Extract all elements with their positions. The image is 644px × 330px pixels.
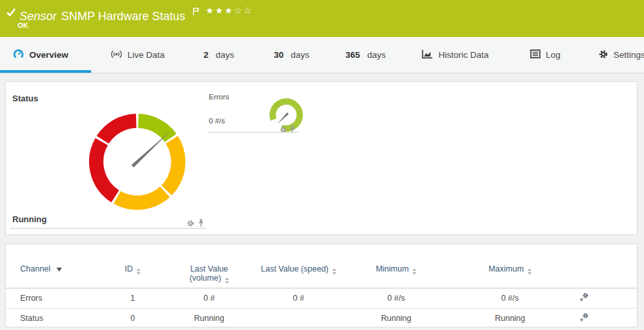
status-gauge [85, 110, 189, 214]
table-header-row: Channel ID Last Value (volume) Last Valu… [6, 244, 637, 288]
area-chart-icon [422, 49, 433, 61]
table-row-status: Status 0 Running Running Running [6, 309, 637, 329]
tab-label: days [291, 50, 310, 60]
status-gauge-value: Running [12, 214, 47, 224]
tab-number: 365 [345, 50, 360, 60]
column-label: Last Value (speed) [261, 264, 329, 273]
channel-table-panel: Channel ID Last Value (volume) Last Valu… [5, 244, 637, 327]
sort-icon [137, 268, 141, 275]
column-label: Last Value [190, 264, 228, 273]
sensor-header: SensorSNMP Hardware Status ★★★☆☆ OK [0, 0, 644, 37]
column-header-minimum[interactable]: Minimum [341, 244, 451, 288]
gauge-segment-red-1 [96, 142, 115, 196]
tab-label: Overview [29, 50, 68, 60]
tab-label: Settings [613, 50, 644, 60]
channel-name: Errors [6, 288, 103, 309]
sort-icon [332, 268, 336, 275]
sensor-kind-label: Sensor [20, 10, 57, 23]
gauge-segment-yellow-2 [117, 192, 165, 203]
column-label-line2: (volume) [189, 273, 221, 283]
gear-icon[interactable] [187, 218, 195, 230]
last-value-volume: Running [162, 309, 256, 329]
active-tab-underline [0, 70, 91, 73]
channel-id: 1 [103, 288, 162, 309]
status-gauge-tools [187, 218, 204, 230]
tab-2-days[interactable]: 2 days [204, 37, 234, 73]
tab-label: days [216, 50, 235, 60]
column-label: Maximum [489, 264, 524, 273]
overview-gauges-panel: Status Running Errors 0 #/s [5, 81, 637, 235]
tab-overview[interactable]: Overview [13, 37, 68, 73]
column-header-maximum[interactable]: Maximum [451, 244, 569, 288]
sort-icon [225, 277, 229, 284]
tab-log[interactable]: Log [530, 37, 561, 73]
gauge-needle [131, 131, 170, 167]
channel-settings-gears-icon[interactable] [579, 312, 589, 325]
channel-name: Status [6, 309, 103, 329]
page-title: SensorSNMP Hardware Status [20, 5, 200, 23]
tab-365-days[interactable]: 365 days [345, 37, 386, 73]
gear-icon [598, 49, 608, 61]
tab-label: Historic Data [438, 50, 489, 60]
pin-icon[interactable] [289, 124, 295, 136]
last-value-volume: 0 # [162, 288, 256, 309]
tab-settings[interactable]: Settings [598, 37, 644, 73]
errors-gauge-title: Errors [209, 93, 229, 101]
gear-icon[interactable] [280, 124, 287, 136]
tab-bar: Overview Live Data 2 days 30 days 365 da… [0, 37, 644, 73]
sort-icon [412, 268, 416, 275]
errors-gauge-needle [277, 112, 289, 124]
gauge-icon [13, 49, 24, 62]
tab-label: Live Data [127, 50, 165, 60]
status-gauge-title: Status [12, 94, 38, 103]
errors-gauge-tools [280, 124, 295, 136]
tab-number: 2 [204, 50, 209, 60]
stars-empty[interactable]: ☆☆ [234, 5, 253, 16]
priority-stars[interactable]: ★★★☆☆ [206, 5, 253, 16]
column-label: ID [125, 264, 133, 273]
maximum-value: Running [451, 309, 569, 329]
tab-30-days[interactable]: 30 days [274, 37, 310, 73]
column-header-last-value-speed[interactable]: Last Value (speed) [256, 244, 341, 288]
table-row-errors: Errors 1 0 # 0 # 0 #/s 0 #/s [6, 288, 637, 309]
gauge-segment-red-2 [103, 121, 136, 140]
maximum-value: 0 #/s [451, 288, 569, 309]
tab-live-data[interactable]: Live Data [111, 37, 165, 73]
last-value-speed [256, 309, 341, 329]
minimum-value: Running [341, 309, 451, 329]
tab-label: Log [546, 50, 561, 60]
channel-table: Channel ID Last Value (volume) Last Valu… [6, 244, 637, 329]
column-label: Channel [20, 264, 51, 273]
tab-historic-data[interactable]: Historic Data [422, 37, 489, 73]
errors-gauge-value: 0 #/s [209, 117, 225, 125]
column-header-id[interactable]: ID [103, 244, 162, 288]
status-badge: OK [18, 21, 29, 29]
last-value-speed: 0 # [256, 288, 341, 309]
prtg-sensor-page: SensorSNMP Hardware Status ★★★☆☆ OK Over… [0, 0, 644, 330]
priority-flag-icon[interactable] [189, 5, 200, 18]
gauge-segment-yellow-1 [167, 140, 178, 190]
channel-settings-gears-icon[interactable] [579, 292, 589, 305]
minimum-value: 0 #/s [341, 288, 451, 309]
broadcast-icon [111, 49, 122, 61]
sort-desc-icon [57, 268, 62, 272]
tab-label: days [368, 50, 386, 60]
pin-icon[interactable] [198, 218, 204, 230]
column-label: Minimum [376, 264, 409, 273]
sort-icon [528, 268, 531, 275]
column-header-last-value-volume[interactable]: Last Value (volume) [162, 244, 256, 288]
column-header-channel[interactable]: Channel [6, 244, 103, 288]
tab-number: 30 [274, 50, 284, 60]
status-gauge-underline [10, 228, 206, 229]
stars-filled[interactable]: ★★★ [206, 5, 234, 16]
sensor-title: SNMP Hardware Status [61, 10, 185, 23]
column-header-actions [569, 244, 637, 288]
status-check-icon [6, 7, 16, 20]
channel-id: 0 [103, 309, 162, 329]
log-icon [530, 49, 541, 60]
